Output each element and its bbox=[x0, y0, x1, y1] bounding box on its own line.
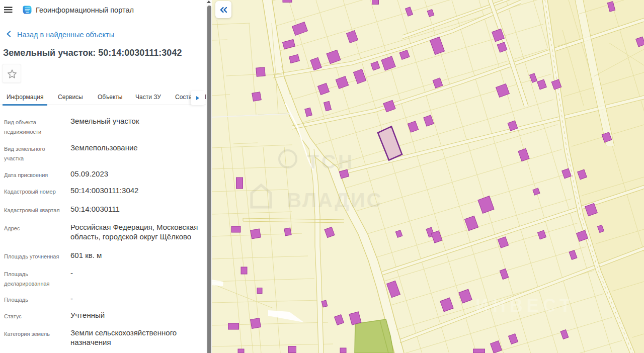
svg-text:ТСН: ТСН bbox=[307, 151, 355, 172]
svg-text:ИНВЕСТ: ИНВЕСТ bbox=[475, 295, 575, 316]
svg-text:ВЛАДИС: ВЛАДИС bbox=[287, 189, 382, 211]
